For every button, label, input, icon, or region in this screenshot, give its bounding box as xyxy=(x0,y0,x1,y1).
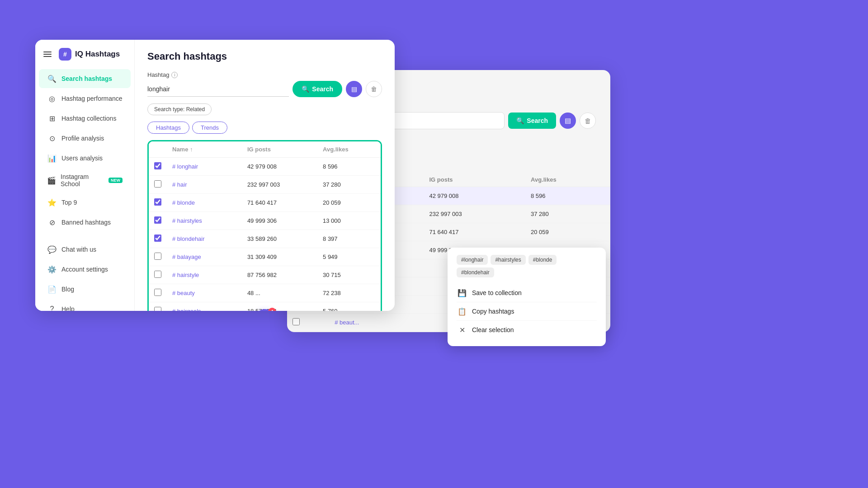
copy-hashtags-label: Copy hashtags xyxy=(472,308,514,315)
hamburger-menu[interactable] xyxy=(43,52,52,57)
bg-row-likes: 37 280 xyxy=(525,205,610,223)
clear-selection-item[interactable]: ✕ Clear selection xyxy=(457,321,597,339)
sidebar-item-blog[interactable]: 📄 Blog xyxy=(39,280,131,299)
bg-row-posts: 71 640 417 xyxy=(424,223,526,241)
sidebar-item-label: Search hashtags xyxy=(61,75,112,82)
table-row: # hairstyles 49 999 306 13 000 xyxy=(149,212,381,230)
table-row: # beauty 48 ... 72 238 xyxy=(149,284,381,302)
main-search-button[interactable]: 🔍 Search xyxy=(292,81,342,97)
row-checkbox[interactable] xyxy=(154,198,161,206)
row-posts: 232 997 003 xyxy=(242,176,317,194)
table-row: # blondehair 33 589 260 8 397 xyxy=(149,230,381,248)
selection-badge[interactable]: # 4 xyxy=(255,309,275,311)
sidebar-item-instagram-school[interactable]: 🎬 Instagram School NEW xyxy=(39,169,131,192)
main-clear-button[interactable]: 🗑 xyxy=(366,81,382,97)
sidebar-item-hashtag-performance[interactable]: ◎ Hashtag performance xyxy=(39,89,131,108)
row-name: # blonde xyxy=(167,194,242,212)
row-checkbox[interactable] xyxy=(154,180,161,188)
sidebar-item-label: Blog xyxy=(61,286,74,293)
main-search-icon: 🔍 xyxy=(302,85,309,93)
account-settings-icon: ⚙️ xyxy=(47,264,57,274)
chat-icon: 💬 xyxy=(47,244,57,254)
main-tabs: Hashtags Trends xyxy=(147,122,382,134)
row-posts: 33 589 260 xyxy=(242,230,317,248)
selected-tag: #blondehair xyxy=(457,267,494,277)
bg-row-posts: 232 997 003 xyxy=(424,205,526,223)
sidebar-item-hashtag-collections[interactable]: ⊞ Hashtag collections xyxy=(39,109,131,128)
sidebar-item-label: Hashtag collections xyxy=(61,115,116,122)
bg-clear-button[interactable]: 🗑 xyxy=(580,113,596,129)
row-name: # hairgoals xyxy=(167,302,242,311)
main-tab-trends[interactable]: Trends xyxy=(192,122,227,134)
main-tab-hashtags[interactable]: Hashtags xyxy=(147,122,189,134)
banned-hashtags-icon: ⊘ xyxy=(47,217,57,227)
selection-badge-container: # 4 xyxy=(255,309,275,311)
col-header-likes: Avg.likes xyxy=(317,141,381,158)
main-table-container: Name ↑ IG posts Avg.likes # longhair 42 … xyxy=(147,140,382,311)
row-posts: 87 756 982 xyxy=(242,266,317,284)
main-filter-button[interactable]: ▤ xyxy=(346,81,362,97)
row-checkbox[interactable] xyxy=(154,235,161,242)
hashtag-field-label: Hashtag i xyxy=(147,71,382,78)
main-content: Search hashtags Hashtag i 🔍 Search ▤ 🗑 S… xyxy=(135,40,395,311)
bg-row-checkbox[interactable] xyxy=(292,318,300,325)
row-checkbox[interactable] xyxy=(154,307,161,311)
copy-hashtags-icon: 📋 xyxy=(457,306,467,317)
users-analysis-icon: 📊 xyxy=(47,153,57,163)
table-row: # blonde 71 640 417 20 059 xyxy=(149,194,381,212)
row-checkbox[interactable] xyxy=(154,253,161,260)
main-search-row: 🔍 Search ▤ 🗑 xyxy=(147,81,382,97)
selected-tag: #longhair xyxy=(457,255,488,265)
hashtag-performance-icon: ◎ xyxy=(47,94,57,103)
bg-filter-button[interactable]: ▤ xyxy=(560,113,576,129)
selected-tag: #hairstyles xyxy=(491,255,525,265)
row-posts: 42 979 008 xyxy=(242,158,317,176)
sidebar-item-label: Instagram School xyxy=(61,173,102,188)
logo-text: IQ Hashtags xyxy=(75,50,120,59)
bg-search-button[interactable]: 🔍 Search xyxy=(508,113,556,129)
sidebar-item-search-hashtags[interactable]: 🔍 Search hashtags xyxy=(39,69,131,88)
sidebar-item-label: Help xyxy=(61,305,75,311)
row-checkbox[interactable] xyxy=(154,289,161,296)
row-likes: 5 760 xyxy=(317,302,381,311)
row-name: # balayage xyxy=(167,248,242,266)
sidebar-item-label: Profile analysis xyxy=(61,135,104,142)
row-posts: 49 999 306 xyxy=(242,212,317,230)
row-posts: 71 640 417 xyxy=(242,194,317,212)
main-type-badge: Search type: Related xyxy=(147,103,212,115)
help-icon: ? xyxy=(47,304,57,311)
row-name: # longhair xyxy=(167,158,242,176)
row-name: # hairstyle xyxy=(167,266,242,284)
table-row: # hairstyle 87 756 982 30 715 xyxy=(149,266,381,284)
bg-search-icon: 🔍 xyxy=(516,117,524,124)
sidebar-item-top-9[interactable]: ⭐ Top 9 xyxy=(39,193,131,212)
sidebar-logo: # IQ Hashtags xyxy=(35,48,134,69)
main-info-icon[interactable]: i xyxy=(171,72,178,78)
row-posts: 31 309 409 xyxy=(242,248,317,266)
sidebar-item-help[interactable]: ? Help xyxy=(39,300,131,311)
blog-icon: 📄 xyxy=(47,284,57,294)
clear-selection-icon: ✕ xyxy=(457,324,467,335)
row-posts: 48 ... xyxy=(242,284,317,302)
search-hashtags-icon: 🔍 xyxy=(47,74,57,84)
bg-row-likes: 8 596 xyxy=(525,187,610,205)
table-row: # balayage 31 309 409 5 949 xyxy=(149,248,381,266)
copy-hashtags-item[interactable]: 📋 Copy hashtags xyxy=(457,302,597,321)
top-9-icon: ⭐ xyxy=(47,197,57,207)
row-checkbox[interactable] xyxy=(154,271,161,278)
row-name: # hairstyles xyxy=(167,212,242,230)
sidebar-item-account-settings[interactable]: ⚙️ Account settings xyxy=(39,260,131,279)
bg-row-posts: 42 979 008 xyxy=(424,187,526,205)
row-checkbox[interactable] xyxy=(154,216,161,224)
sidebar-item-chat[interactable]: 💬 Chat with us xyxy=(39,240,131,259)
sidebar: # IQ Hashtags 🔍 Search hashtags ◎ Hashta… xyxy=(35,40,135,311)
save-to-collection-item[interactable]: 💾 Save to collection xyxy=(457,284,597,302)
sidebar-item-profile-analysis[interactable]: ⊙ Profile analysis xyxy=(39,129,131,148)
col-header-check xyxy=(149,141,167,158)
sidebar-item-label: Top 9 xyxy=(61,199,77,206)
sidebar-item-users-analysis[interactable]: 📊 Users analysis xyxy=(39,149,131,168)
sidebar-item-banned-hashtags[interactable]: ⊘ Banned hashtags xyxy=(39,213,131,232)
row-checkbox[interactable] xyxy=(154,162,161,169)
row-name: # hair xyxy=(167,176,242,194)
main-search-input[interactable] xyxy=(147,82,289,97)
